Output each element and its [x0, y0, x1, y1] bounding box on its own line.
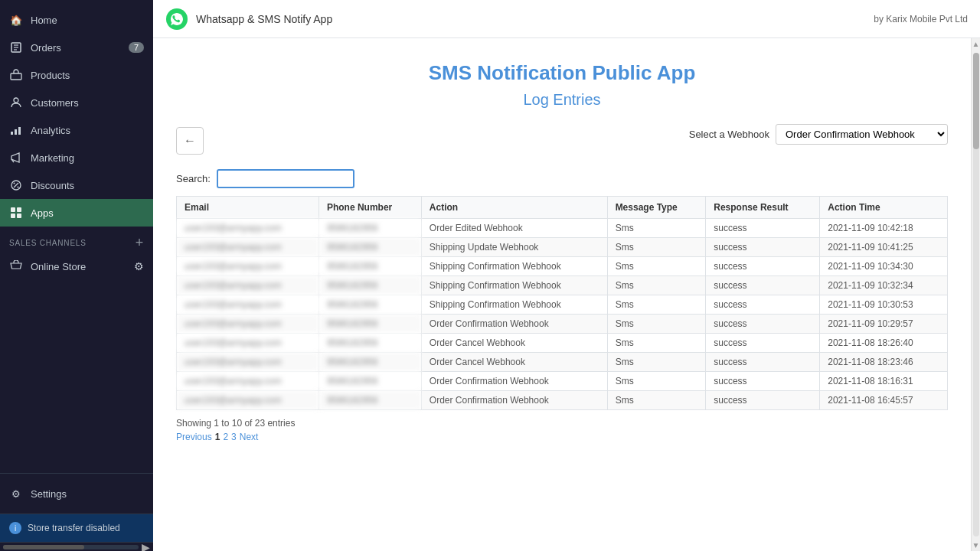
cell-action: Shipping Confirmation Webhook: [421, 257, 607, 276]
cell-time: 2021-11-09 10:34:30: [820, 257, 948, 276]
svg-rect-14: [17, 207, 21, 212]
toolbar-row: ← Select a Webhook Order Confirmation We…: [176, 124, 948, 157]
cell-time: 2021-11-08 16:45:57: [820, 391, 948, 410]
search-input[interactable]: [217, 169, 354, 188]
svg-rect-6: [11, 132, 13, 135]
cell-response: success: [706, 372, 820, 391]
log-table: Email Phone Number Action Message Type R…: [176, 196, 948, 410]
cell-time: 2021-11-09 10:32:34: [820, 276, 948, 295]
cell-phone: 9586182956: [318, 334, 421, 353]
cell-phone: 9586182956: [318, 276, 421, 295]
cell-phone: 9586182956: [318, 353, 421, 372]
add-sales-channel-button[interactable]: +: [136, 236, 144, 249]
col-message-type: Message Type: [607, 197, 706, 219]
products-icon: [9, 68, 23, 82]
svg-point-5: [14, 98, 18, 103]
sidebar-scrollbar[interactable]: ▶: [0, 542, 153, 551]
scroll-up-arrow[interactable]: ▲: [972, 38, 980, 50]
pagination-row: Showing 1 to 10 of 23 entries Previous 1…: [176, 418, 948, 442]
svg-rect-8: [18, 127, 21, 135]
col-action: Action: [421, 197, 607, 219]
sidebar-item-online-store[interactable]: Online Store ⚙: [0, 253, 153, 280]
scroll-down-arrow[interactable]: ▼: [972, 540, 980, 551]
sidebar-item-label: Discounts: [31, 180, 74, 191]
by-text-label: by Karix Mobile Pvt Ltd: [874, 14, 968, 24]
sidebar-footer: i Store transfer disabled: [0, 514, 153, 542]
sidebar-item-label: Settings: [31, 488, 67, 500]
pagination-page-1[interactable]: 1: [215, 432, 220, 442]
cell-email: user193@armyapy.com: [177, 219, 319, 238]
cell-time: 2021-11-08 18:26:40: [820, 334, 948, 353]
back-button[interactable]: ←: [176, 127, 204, 155]
cell-time: 2021-11-08 18:23:46: [820, 353, 948, 372]
cell-response: success: [706, 276, 820, 295]
app-logo-icon: [165, 8, 188, 31]
sidebar-item-customers[interactable]: Customers: [0, 89, 153, 116]
cell-response: success: [706, 391, 820, 410]
scrollbar-thumb-right: [973, 53, 979, 149]
svg-rect-13: [11, 207, 15, 212]
table-row: user193@armyapy.com 9586182956 Order Can…: [177, 353, 948, 372]
cell-action: Shipping Update Webhook: [421, 238, 607, 257]
store-transfer-label: Store transfer disabled: [28, 523, 120, 533]
sidebar-item-orders[interactable]: Orders 7: [0, 34, 153, 61]
cell-action: Order Confirmation Webhook: [421, 315, 607, 334]
cell-email: user193@armyapy.com: [177, 276, 319, 295]
col-response: Response Result: [706, 197, 820, 219]
cell-response: success: [706, 334, 820, 353]
col-time: Action Time: [820, 197, 948, 219]
cell-time: 2021-11-09 10:30:53: [820, 295, 948, 315]
cell-email: user193@armyapy.com: [177, 334, 319, 353]
right-scrollbar[interactable]: ▲ ▼: [971, 38, 980, 551]
sidebar-item-settings[interactable]: ⚙ Settings: [0, 480, 153, 507]
pagination-page-2[interactable]: 2: [223, 432, 228, 442]
cell-action: Order Confirmation Webhook: [421, 391, 607, 410]
cell-message-type: Sms: [607, 238, 706, 257]
sidebar-item-apps[interactable]: Apps: [0, 199, 153, 227]
sales-channels-label: SALES CHANNELS: [9, 239, 87, 247]
online-store-settings-icon[interactable]: ⚙: [134, 260, 144, 272]
sidebar-settings-section: ⚙ Settings: [0, 473, 153, 514]
pagination-next[interactable]: Next: [240, 432, 259, 442]
cell-time: 2021-11-09 10:41:25: [820, 238, 948, 257]
webhook-label: Select a Webhook: [689, 129, 769, 140]
online-store-icon: [9, 259, 23, 273]
cell-phone: 9586182956: [318, 238, 421, 257]
cell-time: 2021-11-09 10:29:57: [820, 315, 948, 334]
cell-action: Order Cancel Webhook: [421, 353, 607, 372]
sidebar-item-products[interactable]: Products: [0, 61, 153, 89]
table-row: user193@armyapy.com 9586182956 Shipping …: [177, 295, 948, 315]
search-row: Search:: [176, 169, 948, 188]
scrollbar-arrow-right[interactable]: ▶: [142, 541, 150, 552]
cell-phone: 9586182956: [318, 372, 421, 391]
svg-rect-7: [15, 129, 17, 135]
scrollbar-track-right: [973, 53, 979, 536]
sidebar-nav: 🏠 Home Orders 7: [0, 0, 153, 473]
cell-message-type: Sms: [607, 219, 706, 238]
sidebar: 🏠 Home Orders 7: [0, 0, 153, 551]
webhook-dropdown[interactable]: Order Confirmation Webhook Order Edited …: [776, 124, 948, 145]
table-row: user193@armyapy.com 9586182956 Shipping …: [177, 257, 948, 276]
sidebar-item-home[interactable]: 🏠 Home: [0, 6, 153, 34]
showing-text: Showing 1 to 10 of 23 entries: [176, 418, 948, 429]
cell-phone: 9586182956: [318, 315, 421, 334]
sidebar-item-analytics[interactable]: Analytics: [0, 116, 153, 144]
cell-action: Order Edited Webhook: [421, 219, 607, 238]
svg-rect-4: [11, 73, 21, 80]
scrollbar-track: [3, 545, 139, 549]
customers-icon: [9, 96, 23, 109]
cell-email: user193@armyapy.com: [177, 315, 319, 334]
sidebar-item-marketing[interactable]: Marketing: [0, 144, 153, 171]
pagination-page-3[interactable]: 3: [231, 432, 237, 442]
pagination-previous[interactable]: Previous: [176, 432, 212, 442]
webhook-select-row: Select a Webhook Order Confirmation Webh…: [689, 124, 948, 145]
cell-message-type: Sms: [607, 257, 706, 276]
cell-time: 2021-11-08 18:16:31: [820, 372, 948, 391]
cell-phone: 9586182956: [318, 295, 421, 315]
cell-response: success: [706, 315, 820, 334]
sidebar-item-label: Apps: [31, 207, 54, 219]
table-row: user193@armyapy.com 9586182956 Order Con…: [177, 391, 948, 410]
cell-message-type: Sms: [607, 353, 706, 372]
sidebar-item-discounts[interactable]: Discounts: [0, 171, 153, 199]
discounts-icon: [9, 178, 23, 192]
